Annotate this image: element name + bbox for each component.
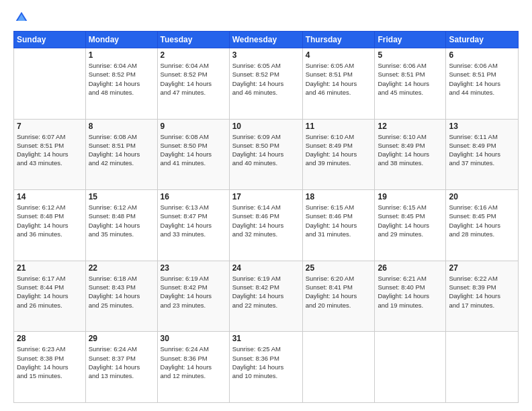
day-info: Sunrise: 6:07 AM Sunset: 8:51 PM Dayligh… — [17, 132, 83, 168]
calendar-cell: 25Sunrise: 6:20 AM Sunset: 8:41 PM Dayli… — [302, 261, 375, 332]
day-info: Sunrise: 6:12 AM Sunset: 8:48 PM Dayligh… — [17, 203, 83, 238]
day-info: Sunrise: 6:15 AM Sunset: 8:46 PM Dayligh… — [306, 203, 372, 238]
day-number: 30 — [161, 334, 226, 343]
day-info: Sunrise: 6:18 AM Sunset: 8:43 PM Dayligh… — [89, 274, 154, 310]
calendar-cell: 24Sunrise: 6:19 AM Sunset: 8:42 PM Dayli… — [229, 261, 302, 332]
calendar-cell — [14, 48, 86, 120]
day-number: 31 — [232, 334, 300, 343]
day-info: Sunrise: 6:25 AM Sunset: 8:36 PM Dayligh… — [232, 345, 300, 380]
calendar-cell: 10Sunrise: 6:09 AM Sunset: 8:50 PM Dayli… — [229, 119, 302, 190]
day-number: 6 — [449, 50, 515, 60]
day-info: Sunrise: 6:16 AM Sunset: 8:45 PM Dayligh… — [449, 203, 515, 238]
header — [13, 11, 519, 24]
calendar-cell: 23Sunrise: 6:19 AM Sunset: 8:42 PM Dayli… — [157, 261, 229, 332]
calendar-cell: 31Sunrise: 6:25 AM Sunset: 8:36 PM Dayli… — [229, 332, 302, 403]
day-number: 2 — [161, 50, 226, 60]
day-info: Sunrise: 6:14 AM Sunset: 8:46 PM Dayligh… — [232, 203, 300, 238]
calendar-cell: 2Sunrise: 6:04 AM Sunset: 8:52 PM Daylig… — [157, 48, 229, 120]
day-info: Sunrise: 6:19 AM Sunset: 8:42 PM Dayligh… — [232, 274, 300, 310]
calendar-cell: 26Sunrise: 6:21 AM Sunset: 8:40 PM Dayli… — [375, 261, 446, 332]
day-info: Sunrise: 6:15 AM Sunset: 8:45 PM Dayligh… — [378, 203, 443, 238]
day-number: 14 — [17, 192, 83, 201]
calendar-cell: 20Sunrise: 6:16 AM Sunset: 8:45 PM Dayli… — [446, 190, 519, 261]
day-number: 1 — [89, 50, 154, 60]
day-info: Sunrise: 6:06 AM Sunset: 8:51 PM Dayligh… — [449, 61, 515, 97]
calendar-cell: 8Sunrise: 6:08 AM Sunset: 8:51 PM Daylig… — [85, 119, 157, 190]
day-info: Sunrise: 6:19 AM Sunset: 8:42 PM Dayligh… — [161, 274, 226, 310]
day-info: Sunrise: 6:22 AM Sunset: 8:39 PM Dayligh… — [449, 274, 515, 310]
calendar-cell: 3Sunrise: 6:05 AM Sunset: 8:52 PM Daylig… — [229, 48, 302, 120]
calendar-cell: 19Sunrise: 6:15 AM Sunset: 8:45 PM Dayli… — [375, 190, 446, 261]
calendar-cell: 30Sunrise: 6:24 AM Sunset: 8:36 PM Dayli… — [157, 332, 229, 403]
day-info: Sunrise: 6:05 AM Sunset: 8:52 PM Dayligh… — [232, 61, 300, 97]
day-number: 5 — [378, 50, 443, 60]
calendar-cell: 22Sunrise: 6:18 AM Sunset: 8:43 PM Dayli… — [85, 261, 157, 332]
day-info: Sunrise: 6:06 AM Sunset: 8:51 PM Dayligh… — [378, 61, 443, 97]
day-info: Sunrise: 6:13 AM Sunset: 8:47 PM Dayligh… — [161, 203, 226, 238]
day-number: 23 — [161, 263, 226, 273]
calendar-header-sunday: Sunday — [14, 32, 86, 48]
day-info: Sunrise: 6:11 AM Sunset: 8:49 PM Dayligh… — [449, 132, 515, 168]
logo — [13, 11, 28, 24]
calendar-cell: 12Sunrise: 6:10 AM Sunset: 8:49 PM Dayli… — [375, 119, 446, 190]
day-info: Sunrise: 6:17 AM Sunset: 8:44 PM Dayligh… — [17, 274, 83, 310]
day-number: 18 — [306, 192, 372, 201]
calendar-cell: 9Sunrise: 6:08 AM Sunset: 8:50 PM Daylig… — [157, 119, 229, 190]
day-info: Sunrise: 6:08 AM Sunset: 8:51 PM Dayligh… — [89, 132, 154, 168]
day-info: Sunrise: 6:10 AM Sunset: 8:49 PM Dayligh… — [306, 132, 372, 168]
day-info: Sunrise: 6:10 AM Sunset: 8:49 PM Dayligh… — [378, 132, 443, 168]
page: SundayMondayTuesdayWednesdayThursdayFrid… — [0, 0, 532, 411]
day-info: Sunrise: 6:09 AM Sunset: 8:50 PM Dayligh… — [232, 132, 300, 168]
calendar-cell: 18Sunrise: 6:15 AM Sunset: 8:46 PM Dayli… — [302, 190, 375, 261]
day-info: Sunrise: 6:04 AM Sunset: 8:52 PM Dayligh… — [161, 61, 226, 97]
calendar-cell: 4Sunrise: 6:05 AM Sunset: 8:51 PM Daylig… — [302, 48, 375, 120]
calendar-header-monday: Monday — [85, 32, 157, 48]
calendar-cell: 14Sunrise: 6:12 AM Sunset: 8:48 PM Dayli… — [14, 190, 86, 261]
day-info: Sunrise: 6:21 AM Sunset: 8:40 PM Dayligh… — [378, 274, 443, 310]
day-number: 3 — [232, 50, 300, 60]
calendar-cell — [375, 332, 446, 403]
calendar-table: SundayMondayTuesdayWednesdayThursdayFrid… — [13, 31, 519, 403]
day-number: 4 — [306, 50, 372, 60]
day-info: Sunrise: 6:24 AM Sunset: 8:36 PM Dayligh… — [161, 345, 226, 380]
day-number: 24 — [232, 263, 300, 273]
calendar-week-row-2: 14Sunrise: 6:12 AM Sunset: 8:48 PM Dayli… — [14, 190, 519, 261]
day-number: 16 — [161, 192, 226, 201]
calendar-cell: 27Sunrise: 6:22 AM Sunset: 8:39 PM Dayli… — [446, 261, 519, 332]
calendar-cell: 16Sunrise: 6:13 AM Sunset: 8:47 PM Dayli… — [157, 190, 229, 261]
calendar-cell: 1Sunrise: 6:04 AM Sunset: 8:52 PM Daylig… — [85, 48, 157, 120]
day-info: Sunrise: 6:23 AM Sunset: 8:38 PM Dayligh… — [17, 345, 83, 380]
day-number: 20 — [449, 192, 515, 201]
day-number: 26 — [378, 263, 443, 273]
day-number: 10 — [232, 122, 300, 131]
calendar-cell: 21Sunrise: 6:17 AM Sunset: 8:44 PM Dayli… — [14, 261, 86, 332]
calendar-cell: 15Sunrise: 6:12 AM Sunset: 8:48 PM Dayli… — [85, 190, 157, 261]
calendar-header-tuesday: Tuesday — [157, 32, 229, 48]
day-info: Sunrise: 6:24 AM Sunset: 8:37 PM Dayligh… — [89, 345, 154, 380]
day-number: 22 — [89, 263, 154, 273]
day-number: 11 — [306, 122, 372, 131]
calendar-cell: 28Sunrise: 6:23 AM Sunset: 8:38 PM Dayli… — [14, 332, 86, 403]
calendar-header-row: SundayMondayTuesdayWednesdayThursdayFrid… — [14, 32, 519, 48]
calendar-week-row-0: 1Sunrise: 6:04 AM Sunset: 8:52 PM Daylig… — [14, 48, 519, 120]
day-number: 8 — [89, 122, 154, 131]
calendar-header-wednesday: Wednesday — [229, 32, 302, 48]
calendar-header-friday: Friday — [375, 32, 446, 48]
logo-icon — [15, 11, 28, 24]
calendar-header-saturday: Saturday — [446, 32, 519, 48]
day-number: 21 — [17, 263, 83, 273]
day-number: 12 — [378, 122, 443, 131]
day-number: 28 — [17, 334, 83, 343]
day-info: Sunrise: 6:20 AM Sunset: 8:41 PM Dayligh… — [306, 274, 372, 310]
calendar-cell: 5Sunrise: 6:06 AM Sunset: 8:51 PM Daylig… — [375, 48, 446, 120]
day-info: Sunrise: 6:08 AM Sunset: 8:50 PM Dayligh… — [161, 132, 226, 168]
day-number: 17 — [232, 192, 300, 201]
day-number: 19 — [378, 192, 443, 201]
day-number: 29 — [89, 334, 154, 343]
day-number: 15 — [89, 192, 154, 201]
calendar-week-row-3: 21Sunrise: 6:17 AM Sunset: 8:44 PM Dayli… — [14, 261, 519, 332]
calendar-cell: 13Sunrise: 6:11 AM Sunset: 8:49 PM Dayli… — [446, 119, 519, 190]
calendar-cell: 29Sunrise: 6:24 AM Sunset: 8:37 PM Dayli… — [85, 332, 157, 403]
calendar-cell — [302, 332, 375, 403]
day-info: Sunrise: 6:12 AM Sunset: 8:48 PM Dayligh… — [89, 203, 154, 238]
